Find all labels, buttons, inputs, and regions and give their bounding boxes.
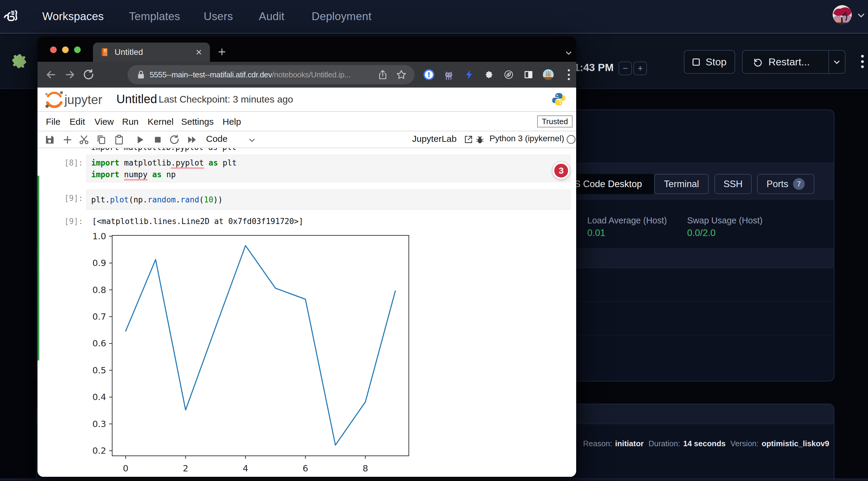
trusted-badge[interactable]: Trusted: [537, 116, 572, 127]
restart-main[interactable]: Restart...: [743, 51, 823, 73]
url-host: 5555--main--test--matifali.atif.cdr.dev: [150, 70, 272, 79]
extension-sidebar-icon[interactable]: [523, 69, 534, 81]
schedule-plus-button[interactable]: +: [633, 62, 647, 75]
menu-edit[interactable]: Edit: [70, 113, 85, 131]
notebook-cells-area: import matplotlib.pyplot as plt [8]: imp…: [37, 148, 576, 477]
nav-item-deployment[interactable]: Deployment: [312, 0, 371, 33]
notebook-checkpoint: Last Checkpoint: 3 minutes ago: [159, 94, 293, 105]
cut-icon[interactable]: [78, 134, 90, 146]
build-info-row: Reason: initiator Duration: 14 seconds V…: [583, 439, 829, 448]
restart-workspace-button[interactable]: Restart...: [742, 50, 845, 74]
nav-item-audit[interactable]: Audit: [259, 0, 284, 33]
add-cell-icon[interactable]: [62, 134, 73, 146]
cell9-code: plt.plot(np.random.rand(10)): [87, 190, 570, 206]
jupyterlab-link[interactable]: JupyterLab: [412, 134, 457, 144]
ssh-button[interactable]: SSH: [714, 174, 752, 194]
cell9-prompt: [9]:: [50, 194, 83, 203]
menu-file[interactable]: File: [46, 113, 60, 131]
matplotlib-figure: 0.20.30.40.50.60.70.80.91.002468: [84, 231, 435, 476]
nav-item-templates[interactable]: Templates: [129, 0, 180, 33]
extension-1password-icon[interactable]: [423, 69, 435, 81]
bookmark-star-icon[interactable]: [396, 69, 407, 80]
browser-menu-kebab[interactable]: [565, 69, 572, 80]
new-tab-button[interactable]: [217, 47, 227, 57]
cell-type-chevron-icon[interactable]: [247, 136, 256, 145]
browser-tab[interactable]: Untitled: [93, 42, 210, 62]
cell8-prompt: [8]:: [50, 158, 83, 167]
menu-kernel[interactable]: Kernel: [148, 113, 174, 131]
svg-text:0.9: 0.9: [92, 258, 106, 268]
cell9-input[interactable]: plt.plot(np.random.rand(10)): [86, 190, 570, 210]
cell9-output-text: [<matplotlib.lines.Line2D at 0x7fd03f191…: [92, 217, 303, 226]
address-bar[interactable]: 5555--main--test--matifali.atif.cdr.dev/…: [127, 65, 414, 84]
schedule-minus-button[interactable]: −: [618, 62, 632, 75]
extension-energy-saver-icon[interactable]: [503, 69, 515, 81]
run-icon[interactable]: [134, 134, 146, 146]
external-link-icon[interactable]: [464, 135, 473, 144]
copy-icon[interactable]: [96, 134, 107, 146]
url-text[interactable]: 5555--main--test--matifali.atif.cdr.dev/…: [150, 70, 377, 79]
workspace-kebab-menu[interactable]: [859, 55, 866, 68]
reload-button[interactable]: [83, 68, 95, 81]
ssh-label: SSH: [723, 179, 743, 190]
extensions-puzzle-icon[interactable]: [483, 69, 495, 81]
debugger-bug-icon[interactable]: [475, 135, 485, 145]
cell8-input[interactable]: import matplotlib.pyplot as pltimport nu…: [86, 155, 570, 182]
paste-icon[interactable]: [113, 134, 125, 146]
forward-button[interactable]: [64, 68, 76, 81]
output-prompt: [9]:: [50, 217, 83, 226]
notification-badge[interactable]: 3: [553, 162, 570, 179]
menu-help[interactable]: Help: [222, 113, 241, 131]
stop-kernel-icon[interactable]: [152, 134, 163, 146]
svg-text:1.0: 1.0: [92, 231, 106, 242]
kernel-status-icon[interactable]: [566, 135, 576, 144]
jupyter-logo[interactable]: jupyter: [43, 90, 113, 110]
svg-text:0.7: 0.7: [92, 312, 106, 322]
ports-label: Ports: [767, 179, 788, 190]
traffic-zoom-button[interactable]: [74, 46, 81, 53]
tab-title: Untitled: [115, 47, 194, 57]
browser-profile-avatar[interactable]: [542, 69, 554, 81]
jupyter-toolbar: Code JupyterLab Python 3 (ipykernel): [37, 132, 576, 148]
stop-label: Stop: [706, 56, 727, 68]
user-menu-chevron-icon[interactable]: [857, 11, 866, 20]
stop-workspace-button[interactable]: Stop: [684, 50, 735, 74]
build-duration-label: Duration:: [648, 439, 680, 448]
extension-lightning-icon[interactable]: [463, 69, 475, 81]
ports-button[interactable]: Ports 7: [757, 174, 814, 194]
traffic-minimize-button[interactable]: [62, 46, 69, 53]
chrome-browser-window: Untitled 5555--main--test--matifali.atif…: [37, 37, 576, 477]
extension-github-icon[interactable]: [443, 69, 455, 81]
browser-toolbar: 5555--main--test--matifali.atif.cdr.dev/…: [37, 62, 576, 88]
build-reason-label: Reason:: [583, 439, 612, 448]
share-icon[interactable]: [377, 69, 388, 80]
restart-dropdown[interactable]: [829, 51, 845, 73]
puzzle-piece-icon: [7, 50, 31, 73]
notebook-title[interactable]: Untitled: [116, 92, 157, 106]
traffic-close-button[interactable]: [50, 46, 57, 53]
svg-text:6: 6: [303, 463, 308, 474]
menu-view[interactable]: View: [94, 113, 114, 131]
run-all-icon[interactable]: [186, 134, 198, 146]
user-avatar[interactable]: [833, 5, 852, 24]
kernel-name-label[interactable]: Python 3 (ipykernel): [490, 134, 564, 143]
build-reason-value: initiator: [615, 439, 644, 448]
nav-item-users[interactable]: Users: [204, 0, 233, 33]
restart-label: Restart...: [768, 56, 810, 68]
coder-top-nav: Workspaces Templates Users Audit Deploym…: [0, 0, 868, 34]
save-icon[interactable]: [44, 134, 56, 146]
tab-search-chevron-icon[interactable]: [564, 49, 573, 58]
menu-run[interactable]: Run: [122, 113, 138, 131]
menu-settings[interactable]: Settings: [181, 113, 214, 131]
nav-item-workspaces[interactable]: Workspaces: [42, 0, 104, 33]
cell-type-dropdown[interactable]: Code: [206, 134, 228, 144]
coder-logo[interactable]: [4, 9, 19, 22]
svg-text:2: 2: [183, 463, 188, 474]
terminal-button[interactable]: Terminal: [654, 174, 709, 194]
lock-icon: [137, 70, 145, 79]
swap-usage-label: Swap Usage (Host): [687, 216, 763, 225]
restart-kernel-icon[interactable]: [169, 134, 180, 146]
back-button[interactable]: [45, 68, 57, 81]
tab-close-icon[interactable]: [194, 48, 203, 57]
svg-text:0.6: 0.6: [92, 338, 106, 348]
